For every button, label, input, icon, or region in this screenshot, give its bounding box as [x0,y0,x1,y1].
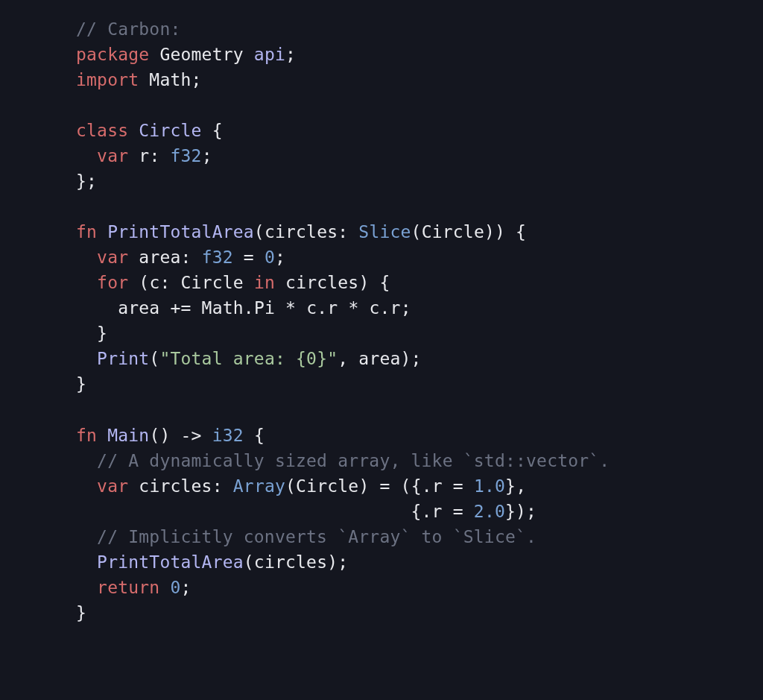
code-token: ) { [358,273,390,292]
code-token: f32 [202,247,233,267]
code-token: "Total area: {0}" [159,349,338,368]
code-token: ) = ({. [358,476,431,496]
code-token: Math [149,70,191,89]
code-token [128,146,139,165]
code-token [76,273,97,292]
code-token: } [76,324,107,343]
code-token: * [338,298,369,318]
code-token: var [97,146,128,165]
code-token [76,146,97,165]
code-token: area [139,247,180,267]
code-token: () -> [149,426,212,445]
code-token: ( [149,349,159,368]
code-token: ; [275,247,285,267]
code-token: : [181,247,202,267]
code-token [76,527,97,546]
code-token [275,273,285,292]
code-token: // A dynamically sized array, like `std:… [97,451,610,470]
code-token: circles [265,222,338,242]
code-token: area [358,349,400,368]
code-token: = [443,502,474,521]
code-token: { [202,121,223,140]
code-token: Main [107,426,149,445]
code-token [244,45,254,64]
code-token: { [244,426,265,445]
code-token [149,45,159,64]
code-token: r [432,476,443,496]
code-token: r [327,298,338,318]
code-token [76,476,97,496]
code-token: for [97,273,128,292]
code-token: : [338,222,358,242]
code-token: {. [76,502,432,521]
code-token: ); [401,349,422,368]
code-token: area [118,298,159,318]
code-token [244,273,254,292]
code-token [97,222,107,242]
code-token: ( [254,222,265,242]
code-token: Pi [254,298,275,318]
code-token: fn [76,222,97,242]
code-token: // Implicitly converts `Array` to `Slice… [97,527,536,546]
code-token: PrintTotalArea [107,222,254,242]
code-token: = [443,476,474,496]
code-token: r [390,298,401,318]
code-token: f32 [171,146,202,165]
code-token: // Carbon: [76,19,180,39]
code-token: api [254,45,285,64]
code-token: ); [327,552,348,572]
code-token: Array [233,476,285,496]
code-token: . [380,298,390,318]
code-token: }, [505,476,526,496]
code-token: ; [202,146,212,165]
code-token: )) { [484,222,526,242]
code-token: r [139,146,149,165]
code-token: ; [401,298,411,318]
code-token: ( [128,273,149,292]
code-block: // Carbon: package Geometry api; import … [0,0,763,625]
code-token: : [149,146,170,165]
code-token: , [338,349,358,368]
code-token: ( [285,476,296,496]
code-token: ( [411,222,422,242]
code-token: }; [76,171,97,191]
code-token [76,247,97,267]
code-token: : [212,476,233,496]
code-token: Geometry [159,45,243,64]
code-token: i32 [212,426,244,445]
code-token [76,298,118,318]
code-token [76,552,97,572]
code-token: } [76,603,86,622]
code-token: = [233,247,265,267]
code-token: circles [139,476,212,496]
code-token: 0 [265,247,275,267]
code-token: Print [97,349,149,368]
code-token [76,451,97,470]
code-token: circles [254,552,327,572]
code-token: c [149,273,159,292]
code-token [128,247,139,267]
code-token: var [97,247,128,267]
code-token [128,121,139,140]
code-token: 2.0 [474,502,505,521]
code-token: c [306,298,317,318]
code-token: class [76,121,128,140]
code-token: fn [76,426,97,445]
code-token: Math [202,298,244,318]
code-token: Circle [139,121,201,140]
code-token: 1.0 [474,476,505,496]
code-token: ( [244,552,254,572]
code-token: package [76,45,149,64]
code-token: } [76,374,86,394]
code-token: Slice [358,222,411,242]
code-token [139,70,149,89]
code-token: 0 [170,578,180,597]
code-token: import [76,70,139,89]
code-token: circles [285,273,358,292]
code-token: += [159,298,201,318]
code-token: . [244,298,254,318]
code-token: c [369,298,379,318]
code-token [76,349,97,368]
code-token: PrintTotalArea [97,552,244,572]
code-token: in [254,273,275,292]
